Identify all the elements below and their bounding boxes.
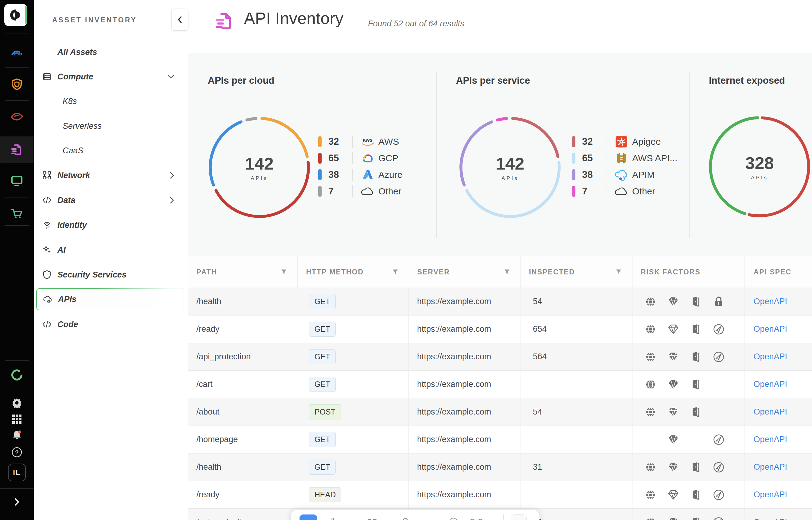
cell-risk-factors bbox=[633, 371, 744, 398]
rail-expand-button[interactable] bbox=[0, 493, 34, 511]
rail-item-help[interactable]: ? bbox=[0, 443, 34, 462]
inspected-value: 564 bbox=[533, 352, 546, 362]
table-row[interactable]: /api_protectionGEThttps://example.com564… bbox=[188, 343, 812, 371]
logo-tile[interactable] bbox=[4, 4, 27, 26]
nav-item-code[interactable]: Code bbox=[34, 312, 188, 337]
rail-item-apps-grid[interactable] bbox=[0, 410, 34, 428]
table-row[interactable]: /readyHEADhttps://example.comOpenAPI bbox=[188, 481, 812, 509]
openapi-link[interactable]: OpenAPI bbox=[754, 324, 787, 334]
legend-count: 38 bbox=[328, 169, 352, 180]
server-value: https://example.com bbox=[417, 352, 491, 362]
user-icon[interactable]: ⚲ bbox=[402, 516, 409, 520]
nav-item-compute[interactable]: Compute bbox=[34, 64, 188, 89]
plane-icon bbox=[707, 323, 730, 335]
legend-count: 7 bbox=[328, 186, 352, 197]
nav-item-apis[interactable]: APIs bbox=[36, 288, 184, 310]
collapse-panel-button[interactable] bbox=[171, 8, 189, 31]
chevron-down-icon[interactable] bbox=[168, 75, 174, 79]
empty-slot bbox=[639, 434, 662, 445]
table-row[interactable]: /aboutPOSThttps://example.com54OpenAPI bbox=[188, 398, 812, 426]
globe-icon bbox=[639, 462, 662, 473]
cell-api-spec: OpenAPI bbox=[744, 398, 812, 425]
legend-item: 7Other bbox=[318, 183, 402, 200]
legend-item: 38Azure bbox=[318, 166, 402, 183]
door-icon bbox=[685, 296, 707, 307]
openapi-link[interactable]: OpenAPI bbox=[754, 407, 787, 417]
rail-item-api[interactable] bbox=[0, 138, 34, 161]
observability-icon bbox=[11, 45, 23, 56]
cell-inspected bbox=[520, 426, 633, 453]
cell-server: https://example.com bbox=[409, 371, 520, 398]
nav-item-data[interactable]: Data bbox=[34, 188, 188, 212]
pause-icon[interactable]: ‖ bbox=[331, 516, 335, 520]
legend-count: 65 bbox=[328, 153, 352, 164]
filter-icon[interactable] bbox=[616, 269, 622, 275]
cell-server: https://example.com bbox=[409, 481, 520, 508]
nav-item-identity[interactable]: Identity bbox=[34, 213, 188, 237]
rail-item-security[interactable] bbox=[0, 73, 34, 95]
openapi-link[interactable]: OpenAPI bbox=[754, 518, 787, 520]
table-row[interactable]: /homepageGEThttps://example.comOpenAPI bbox=[188, 426, 812, 453]
primary-action-button[interactable] bbox=[299, 515, 317, 520]
method-badge: GET bbox=[309, 322, 336, 337]
openapi-link[interactable]: OpenAPI bbox=[754, 352, 787, 362]
inspected-value: 54 bbox=[533, 407, 542, 417]
legend-count: 32 bbox=[328, 136, 352, 147]
table-row[interactable]: /readyGEThttps://example.com654OpenAPI bbox=[188, 315, 812, 343]
svg-text:?: ? bbox=[15, 449, 19, 456]
double-circle-icon[interactable]: ◎◎ bbox=[468, 516, 484, 520]
openapi-link[interactable]: OpenAPI bbox=[754, 297, 787, 306]
rail-item-detection[interactable] bbox=[0, 105, 34, 128]
logo-icon bbox=[9, 8, 22, 22]
filter-icon[interactable] bbox=[504, 269, 510, 275]
nav-item-security-services[interactable]: Security Services bbox=[34, 262, 188, 287]
rail-item-observability[interactable] bbox=[0, 40, 34, 62]
nav-item-caas[interactable]: CaaS bbox=[34, 138, 188, 163]
chart-title: APIs per cloud bbox=[208, 75, 274, 86]
legend-count: 32 bbox=[582, 136, 606, 147]
filter-icon[interactable] bbox=[392, 269, 398, 275]
method-badge: GET bbox=[309, 377, 336, 392]
column-header-label: HTTP METHOD bbox=[306, 268, 364, 276]
nav-item-ai[interactable]: AI bbox=[34, 238, 188, 262]
legend-item: 65GCP bbox=[318, 150, 402, 166]
cell-method: GET bbox=[298, 343, 409, 370]
page-title: API Inventory bbox=[244, 8, 343, 28]
nav-item-network[interactable]: Network bbox=[34, 163, 188, 188]
rail-item-workloads[interactable] bbox=[0, 170, 34, 192]
azure-icon bbox=[361, 168, 375, 182]
openapi-link[interactable]: OpenAPI bbox=[754, 462, 787, 472]
table-row[interactable]: /healthGEThttps://example.com31OpenAPI bbox=[188, 453, 812, 481]
cell-risk-factors bbox=[633, 426, 744, 453]
legend-label: AWS bbox=[378, 136, 399, 147]
rail-item-sync[interactable] bbox=[0, 364, 34, 386]
circle-icon[interactable]: ◯ bbox=[448, 516, 459, 520]
nav-item-all-assets[interactable]: All Assets bbox=[34, 40, 188, 64]
cloud-icon bbox=[614, 185, 629, 198]
chevron-right-icon[interactable] bbox=[170, 172, 174, 179]
rail-item-notifications[interactable] bbox=[0, 426, 34, 445]
help-icon: ? bbox=[11, 447, 22, 458]
profile-button[interactable]: IL bbox=[8, 464, 26, 482]
openapi-link[interactable]: OpenAPI bbox=[754, 490, 787, 499]
risk-icons bbox=[633, 517, 730, 520]
rail-item-marketplace[interactable] bbox=[0, 203, 34, 225]
cell-risk-factors bbox=[633, 509, 744, 520]
openapi-link[interactable]: OpenAPI bbox=[754, 435, 787, 444]
chevron-right-icon[interactable] bbox=[170, 197, 174, 204]
nav-item-serverless[interactable]: Serverless bbox=[34, 114, 188, 138]
secondary-action-button[interactable] bbox=[511, 515, 526, 520]
filter-icon[interactable] bbox=[281, 269, 287, 275]
openapi-link[interactable]: OpenAPI bbox=[754, 380, 787, 389]
cell-method: POST bbox=[298, 398, 409, 425]
donut: 328APIs bbox=[707, 115, 812, 219]
stop-icon[interactable]: ▮▮ bbox=[367, 516, 377, 520]
table-row[interactable]: /cartGEThttps://example.comOpenAPI bbox=[188, 371, 812, 398]
table-row[interactable]: /healthGEThttps://example.com54OpenAPI bbox=[188, 288, 812, 315]
plane-icon bbox=[707, 351, 730, 363]
plane-icon bbox=[707, 489, 730, 501]
api-inventory-icon bbox=[215, 12, 234, 31]
column-header-label: PATH bbox=[196, 268, 217, 276]
donut-total: 142 bbox=[496, 154, 524, 174]
nav-item-k8s[interactable]: K8s bbox=[34, 89, 188, 113]
